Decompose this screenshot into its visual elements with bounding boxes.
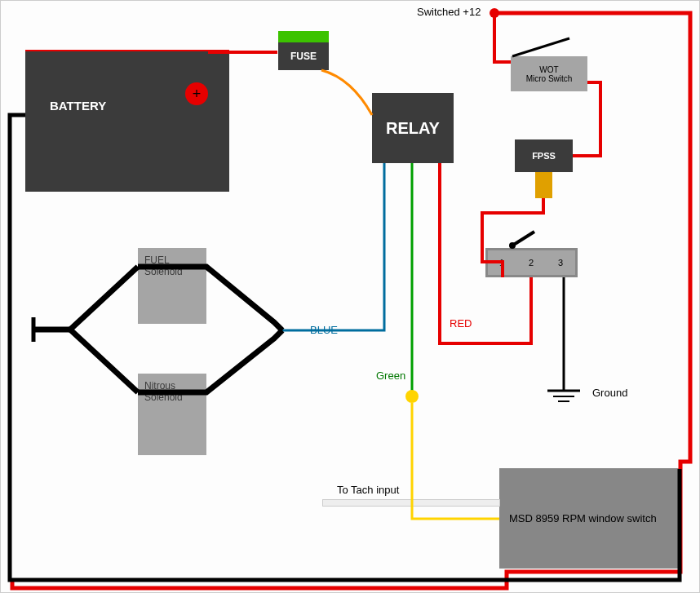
fuel-solenoid-label-2: Solenoid bbox=[144, 266, 183, 277]
battery-terminal-symbol: + bbox=[193, 86, 202, 101]
wot-label-1: WOT bbox=[539, 65, 558, 74]
toggle-terminal-1: 1 bbox=[499, 258, 504, 268]
msd-label: MSD 8959 RPM window switch bbox=[509, 512, 657, 524]
nitrous-solenoid-label-1: Nitrous bbox=[144, 380, 175, 392]
wot-micro-switch: WOT Micro Switch bbox=[511, 56, 587, 91]
wot-lever-icon bbox=[512, 38, 569, 56]
relay: RELAY bbox=[372, 93, 454, 163]
toggle-lever-icon bbox=[512, 232, 534, 246]
red-wire-label: RED bbox=[450, 317, 472, 330]
fuse-label: FUSE bbox=[290, 51, 317, 62]
fuse: FUSE bbox=[278, 42, 329, 70]
toggle-terminal-2: 2 bbox=[529, 258, 534, 268]
wire-solenoid-y-left bbox=[70, 267, 138, 392]
tach-input-label: To Tach input bbox=[337, 484, 399, 496]
tach-input-connector bbox=[322, 499, 500, 507]
ground-label: Ground bbox=[592, 387, 627, 399]
wiring-diagram: BATTERY + FUSE RELAY FUEL Solenoid Nitro… bbox=[0, 0, 700, 593]
green-yellow-node bbox=[405, 390, 419, 403]
fuel-solenoid-label-1: FUEL bbox=[144, 254, 170, 266]
battery-positive-terminal: + bbox=[185, 82, 208, 105]
wire-switched-12-to-wot bbox=[494, 13, 511, 62]
wot-label-2: Micro Switch bbox=[526, 74, 573, 83]
relay-label: RELAY bbox=[386, 119, 440, 138]
toggle-terminal-3: 3 bbox=[558, 258, 563, 268]
switched-12-node bbox=[490, 8, 499, 18]
fpss-label: FPSS bbox=[532, 151, 556, 161]
wire-wot-to-fpss bbox=[573, 82, 600, 156]
switched-12-label: Switched +12 bbox=[417, 6, 481, 18]
fuel-solenoid: FUEL Solenoid bbox=[138, 248, 206, 324]
msd-rpm-window-switch: MSD 8959 RPM window switch bbox=[499, 468, 680, 569]
green-wire-label: Green bbox=[376, 370, 405, 382]
battery: BATTERY bbox=[25, 51, 229, 192]
nitrous-solenoid-label-2: Solenoid bbox=[144, 392, 183, 403]
blue-wire-label: BLUE bbox=[310, 324, 338, 336]
wire-relay-blue bbox=[282, 163, 384, 330]
fpss-terminal bbox=[535, 172, 552, 198]
wire-fuse-to-relay bbox=[321, 70, 372, 115]
nitrous-solenoid: Nitrous Solenoid bbox=[138, 374, 206, 455]
fpss: FPSS bbox=[515, 139, 573, 172]
toggle-switch: 1 2 3 bbox=[485, 248, 578, 277]
fuse-cap bbox=[278, 31, 329, 42]
battery-label: BATTERY bbox=[50, 99, 106, 113]
